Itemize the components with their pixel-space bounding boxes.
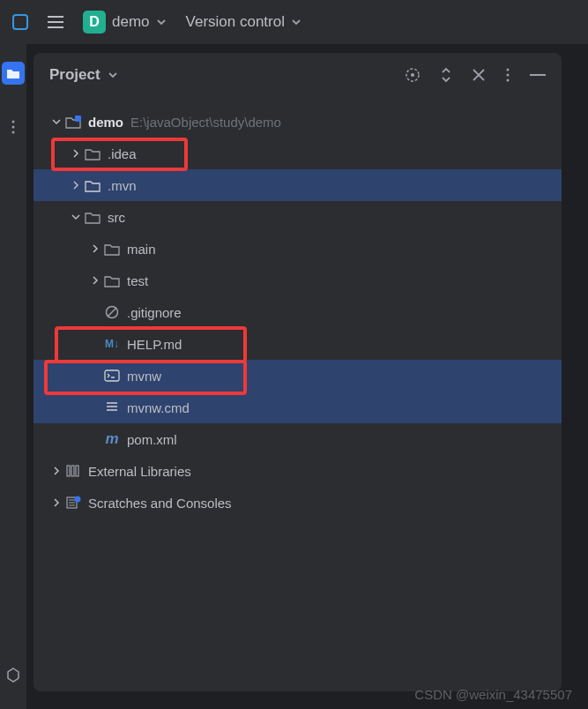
svg-point-11 <box>507 74 510 77</box>
tree-file-mvnw[interactable]: mvnw <box>33 360 562 392</box>
select-opened-file-icon[interactable] <box>405 67 421 83</box>
tree-scratches[interactable]: Scratches and Consoles <box>33 487 562 519</box>
tree-root-demo[interactable]: demo E:\javaObject\study\demo <box>33 106 562 138</box>
tree-file-pom[interactable]: m pom.xml <box>33 423 562 455</box>
left-tool-rail <box>0 44 26 709</box>
svg-point-9 <box>411 73 414 77</box>
library-icon <box>63 464 83 478</box>
terminal-icon <box>102 369 122 382</box>
project-selector[interactable]: D demo <box>78 7 172 37</box>
top-bar: D demo Version control <box>0 0 588 44</box>
tree-label: demo <box>88 115 123 130</box>
chevron-right-icon[interactable] <box>69 149 83 158</box>
tree-label: HELP.md <box>127 337 182 352</box>
svg-marker-7 <box>8 668 19 682</box>
maven-icon: m <box>102 430 122 448</box>
panel-title: Project <box>49 66 100 84</box>
chevron-right-icon[interactable] <box>49 498 63 507</box>
svg-rect-22 <box>71 466 74 476</box>
svg-point-6 <box>12 131 15 134</box>
markdown-icon: M↓ <box>102 338 122 350</box>
tree-label: .mvn <box>108 178 137 193</box>
ignore-icon <box>102 305 122 319</box>
svg-rect-17 <box>105 370 119 381</box>
tree-label: test <box>127 273 148 288</box>
version-control-menu[interactable]: Version control <box>181 10 307 34</box>
chevron-down-icon[interactable] <box>69 213 83 221</box>
chevron-right-icon[interactable] <box>88 276 102 285</box>
tree-label: mvnw <box>127 369 161 384</box>
folder-icon <box>102 243 122 256</box>
svg-rect-0 <box>13 15 27 29</box>
svg-rect-23 <box>76 466 78 476</box>
main-menu-icon[interactable] <box>42 9 69 35</box>
chevron-right-icon[interactable] <box>49 466 63 475</box>
tree-folder-test[interactable]: test <box>33 265 562 296</box>
more-options-icon[interactable] <box>505 67 510 83</box>
tree-label: .gitignore <box>127 305 182 320</box>
text-file-icon <box>102 400 122 414</box>
panel-header: Project <box>33 53 562 97</box>
chevron-down-icon <box>156 17 167 27</box>
project-panel: Project demo E:\javaObjec <box>33 53 562 691</box>
vcs-label: Version control <box>186 13 285 31</box>
chevron-down-icon[interactable] <box>49 117 63 126</box>
svg-rect-14 <box>75 116 81 122</box>
tree-file-mvnwcmd[interactable]: mvnw.cmd <box>33 392 562 423</box>
scratches-icon <box>63 496 83 510</box>
tree-label: Scratches and Consoles <box>88 496 232 511</box>
svg-point-5 <box>12 126 15 129</box>
svg-point-12 <box>507 79 510 82</box>
project-tool-button[interactable] <box>2 62 25 85</box>
tree-label: src <box>108 210 125 225</box>
tree-label: mvnw.cmd <box>127 400 190 415</box>
tree-folder-idea[interactable]: .idea <box>33 138 562 169</box>
collapse-all-icon[interactable] <box>472 68 486 82</box>
folder-icon <box>83 211 102 224</box>
tree-label: .idea <box>108 146 137 161</box>
tree-folder-mvn[interactable]: .mvn <box>33 169 562 201</box>
rail-dots-icon[interactable] <box>11 120 16 134</box>
chevron-down-icon[interactable] <box>108 70 118 80</box>
tree-external-libraries[interactable]: External Libraries <box>33 455 562 487</box>
tree-label: main <box>127 242 156 257</box>
watermark: CSDN @weixin_43475507 <box>414 687 572 702</box>
tree-folder-src[interactable]: src <box>33 201 562 233</box>
chevron-right-icon[interactable] <box>69 181 83 190</box>
folder-icon <box>102 274 122 287</box>
svg-point-28 <box>75 496 81 503</box>
folder-icon <box>83 179 102 192</box>
rail-bottom-icon[interactable] <box>5 667 21 683</box>
svg-point-10 <box>507 69 510 71</box>
tree-path: E:\javaObject\study\demo <box>130 115 281 130</box>
tree-file-helpmd[interactable]: M↓ HELP.md <box>33 328 562 360</box>
folder-icon <box>83 147 102 160</box>
svg-rect-21 <box>67 466 70 476</box>
tree-label: External Libraries <box>88 464 191 479</box>
tree-file-gitignore[interactable]: .gitignore <box>33 296 562 328</box>
file-tree: demo E:\javaObject\study\demo .idea .mvn… <box>33 97 562 527</box>
chevron-down-icon <box>291 17 301 27</box>
svg-line-16 <box>108 308 116 317</box>
tree-label: pom.xml <box>127 432 177 447</box>
chevron-right-icon[interactable] <box>88 244 102 253</box>
tree-folder-main[interactable]: main <box>33 233 562 265</box>
project-name-label: demo <box>112 13 150 31</box>
expand-collapse-icon[interactable] <box>440 67 452 83</box>
jb-logo-icon[interactable] <box>7 9 33 35</box>
project-badge-icon: D <box>83 11 106 34</box>
hide-panel-icon[interactable] <box>530 73 546 77</box>
svg-point-4 <box>12 121 15 123</box>
module-folder-icon <box>63 116 83 129</box>
